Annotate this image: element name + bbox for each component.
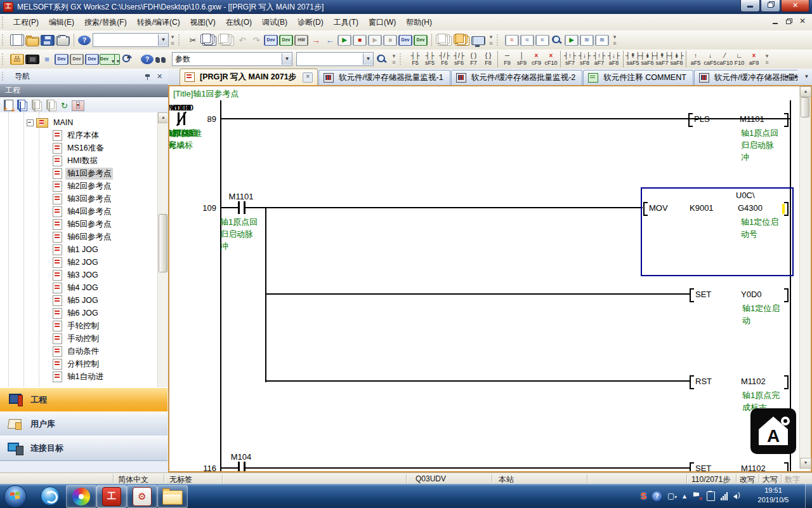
find-binoculars-icon[interactable] — [155, 57, 167, 64]
ladder-symbol-button[interactable]: ┤/├F6 — [437, 51, 452, 67]
trace-run-icon[interactable]: ▶ — [565, 35, 579, 46]
tree-item[interactable]: 自动条件 — [0, 345, 167, 358]
ladder-symbol-button[interactable]: ×aF9 — [747, 51, 761, 67]
ladder-canvas[interactable]: [Title]轴1回参考点 89 M1100 轴1原点启 动 M1000 — [168, 85, 812, 472]
ladder-symbol-button[interactable]: ┤↑├aF7 — [592, 51, 606, 67]
sort-icon[interactable]: ▾ — [72, 100, 84, 111]
operand[interactable]: K9001 — [690, 203, 714, 213]
editor-scrollbar[interactable] — [799, 86, 811, 469]
collapse-icon[interactable] — [27, 119, 34, 126]
menu-item[interactable]: 工程(P) — [8, 15, 44, 29]
new-project-icon[interactable] — [10, 34, 24, 46]
ladder-symbol-button[interactable]: ┤↑├sF7 — [560, 51, 577, 67]
toolbar-overflow-icon[interactable] — [487, 34, 495, 46]
monitor-pause-icon[interactable]: ▶ — [368, 35, 382, 46]
tree-item[interactable]: 手动控制 — [0, 332, 167, 345]
tray-power-icon[interactable] — [707, 491, 715, 501]
write-to-plc-icon[interactable]: → — [310, 33, 322, 47]
tree-item[interactable]: HMI数据 — [0, 154, 167, 167]
operand[interactable]: Y0D0 — [741, 290, 762, 299]
toolbar-overflow-icon[interactable] — [763, 53, 771, 65]
ladder-symbol-button[interactable]: ─F9 — [497, 51, 514, 67]
start-button[interactable] — [4, 485, 27, 508]
toolbar-overflow-icon[interactable] — [169, 34, 176, 46]
taskbar-gx-works2-icon[interactable]: 工 — [96, 485, 127, 508]
tray-action-center-icon[interactable] — [692, 491, 701, 500]
ladder-symbol-button[interactable]: │sF9 — [514, 51, 529, 67]
menu-item[interactable]: 窗口(W) — [363, 15, 401, 29]
instruction[interactable]: PLS — [694, 114, 710, 124]
ladder-symbol-button[interactable]: ┤├F5 — [408, 51, 422, 67]
device-batch-icon[interactable]: Dev — [85, 54, 99, 65]
taskbar-browser-icon[interactable] — [36, 485, 65, 507]
menu-item[interactable]: 调试(B) — [257, 15, 292, 29]
operand[interactable]: M1101 — [740, 114, 764, 124]
overlay-widget[interactable]: A — [750, 408, 796, 454]
ladder-symbol-button[interactable]: ∟F10 — [732, 51, 747, 67]
child-restore-icon[interactable] — [785, 17, 794, 25]
menu-item[interactable]: 工具(T) — [329, 15, 363, 29]
plc-read-icon[interactable]: Dev — [279, 35, 293, 46]
remote-operation-icon[interactable] — [471, 36, 485, 45]
taskbar-clock[interactable]: 19:51 2019/10/5 — [746, 486, 801, 505]
instruction[interactable]: MOV — [649, 203, 668, 213]
tray-volume-icon[interactable] — [733, 491, 742, 500]
nav-connection-button[interactable]: 连接目标 — [0, 436, 167, 461]
tree-item[interactable]: 轴5回参考点 — [0, 218, 167, 231]
taskbar-explorer-icon[interactable] — [157, 485, 188, 508]
pin-icon[interactable] — [145, 73, 152, 80]
child-minimize-icon[interactable] — [771, 17, 780, 25]
tab-scroll-left-icon[interactable]: ◀ — [782, 72, 790, 81]
menu-item[interactable]: 转换/编译(C) — [132, 15, 185, 29]
tree-item[interactable]: 轴3 JOG — [0, 269, 167, 281]
tree-item[interactable]: MS16准备 — [0, 142, 167, 154]
open-project-icon[interactable] — [25, 37, 39, 45]
monitor-write-icon[interactable]: ■ — [383, 35, 397, 46]
ladder-symbol-button[interactable]: ( )F7 — [466, 51, 481, 67]
tab-prg-main[interactable]: [PRG]R 写入 MAIN 2071步 × — [180, 69, 318, 85]
monitor-start-icon[interactable]: ▶ — [337, 35, 351, 46]
ladder-symbol-button[interactable]: ┤↡├saF6 — [640, 51, 655, 67]
monitor-stop-icon[interactable]: ■ — [353, 35, 367, 46]
ladder-symbol-button[interactable]: ↑aF5 — [686, 51, 703, 67]
tree-item[interactable]: 轴5 JOG — [0, 294, 167, 307]
tree-item[interactable]: 轴2 JOG — [0, 256, 167, 269]
ladder-symbol-button[interactable]: ┤↓├sF8 — [577, 51, 592, 67]
help-icon[interactable]: ? — [78, 36, 91, 45]
paste-icon[interactable] — [218, 34, 232, 44]
trace-search-icon[interactable] — [551, 34, 563, 46]
ladder-symbol-button[interactable]: ┤/├sF6 — [452, 51, 466, 67]
menu-item[interactable]: 视图(V) — [185, 15, 221, 29]
value-combo[interactable] — [296, 52, 374, 66]
menu-item[interactable]: 诊断(D) — [292, 15, 329, 29]
close-button[interactable]: ✕ — [781, 0, 809, 12]
ladder-symbol-button[interactable]: ┤↟├saF7 — [655, 51, 669, 67]
copy-info-icon[interactable] — [46, 100, 55, 109]
tray-sogou-icon[interactable]: S — [641, 491, 646, 501]
toolbar-overflow-icon[interactable] — [611, 34, 619, 46]
save-project-icon[interactable] — [41, 35, 55, 46]
child-close-icon[interactable]: ✕ — [798, 17, 807, 25]
paste-data-icon[interactable] — [32, 100, 40, 109]
taskbar-pinwheel-app-icon[interactable] — [66, 485, 96, 508]
tree-item[interactable]: MAIN — [0, 116, 167, 129]
ladder-symbol-button[interactable]: ┤↓├aF8 — [606, 51, 621, 67]
nav-userlib-button[interactable]: 用户库 — [0, 411, 167, 437]
operand[interactable]: M1102 — [741, 464, 766, 471]
sampling-trace-icon[interactable]: ≈ — [535, 35, 549, 46]
tree-item[interactable]: 轴4 JOG — [0, 281, 167, 294]
restore-button[interactable] — [761, 0, 780, 12]
print-icon[interactable] — [56, 36, 70, 45]
tab-close-icon[interactable]: × — [303, 72, 313, 83]
tray-network-icon[interactable] — [721, 492, 728, 500]
device-find-icon[interactable]: Dev — [55, 54, 69, 65]
tree-item[interactable]: 轴3回参考点 — [0, 192, 167, 205]
tree-item[interactable]: 轴2回参考点 — [0, 180, 167, 192]
tree-item[interactable]: 轴4回参考点 — [0, 205, 167, 218]
plc-write-icon[interactable]: Dev — [264, 35, 278, 46]
menu-item[interactable]: 在线(O) — [221, 15, 257, 29]
instruction[interactable]: RST — [695, 377, 712, 386]
plc-verify-icon[interactable]: HW — [294, 35, 308, 46]
logic-test-start-icon[interactable]: ≈ — [505, 35, 519, 46]
tab-batch-monitor-2[interactable]: 软元件/缓冲存储器批量监视-2 × — [451, 70, 583, 85]
